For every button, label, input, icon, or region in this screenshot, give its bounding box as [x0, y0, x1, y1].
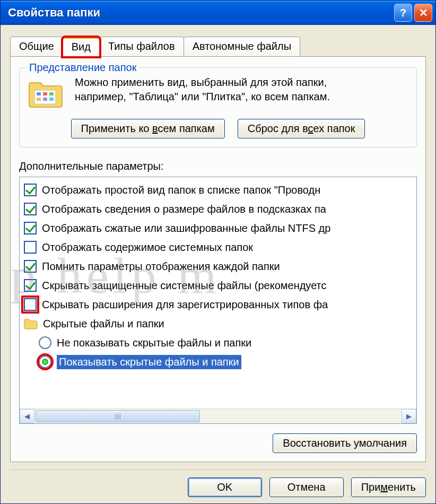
tab-general[interactable]: Общие: [10, 37, 63, 56]
tree-item-6[interactable]: Скрывать расширения для зарегистрированн…: [24, 295, 416, 314]
item-label: Отображать простой вид папок в списке па…: [42, 184, 320, 196]
item-label: Не показывать скрытые файлы и папки: [57, 337, 251, 349]
svg-rect-6: [49, 98, 54, 101]
tab-view[interactable]: Вид: [63, 37, 100, 57]
tree-item-1[interactable]: Отображать сведения о размере файлов в п…: [24, 199, 416, 219]
svg-rect-3: [49, 92, 54, 95]
apply-to-all-button[interactable]: Применить ко всем папкам: [71, 119, 225, 138]
apply-button[interactable]: Применить: [351, 477, 426, 497]
item-label: Скрывать расширения для зарегистрированн…: [42, 299, 328, 311]
folder-views-text: Можно применить вид, выбранный для этой …: [75, 75, 330, 104]
titlebar[interactable]: Свойства папки ? ✕: [1, 1, 435, 25]
tree-body[interactable]: Отображать простой вид папок в списке па…: [20, 177, 416, 409]
client-area: p help m Общие Вид Типы файлов Автономны…: [1, 25, 435, 504]
item-label: Помнить параметры отображения каждой пап…: [42, 260, 280, 273]
scroll-track[interactable]: [34, 409, 402, 423]
scroll-right-button[interactable]: ▶: [402, 409, 416, 423]
reset-all-button[interactable]: Сброс для всех папок: [238, 119, 365, 138]
checkbox[interactable]: [24, 203, 37, 215]
svg-rect-2: [43, 92, 47, 95]
close-icon: ✕: [419, 6, 428, 19]
tab-offline[interactable]: Автономные файлы: [184, 37, 300, 56]
advanced-settings-tree: Отображать простой вид папок в списке па…: [19, 177, 417, 424]
scroll-thumb[interactable]: [36, 410, 200, 422]
restore-defaults-button[interactable]: Восстановить умолчания: [273, 433, 417, 453]
checkbox[interactable]: [24, 222, 37, 234]
window-title: Свойства папки: [8, 6, 392, 20]
folder-views-group: Представление папок Можно применить вид,…: [19, 67, 417, 147]
item-label: Отображать сжатые или зашифрованные файл…: [42, 222, 330, 234]
svg-rect-4: [37, 98, 41, 101]
tab-panel-view: Представление папок Можно применить вид,…: [10, 56, 426, 462]
svg-rect-5: [43, 98, 47, 101]
scroll-left-button[interactable]: ◀: [20, 409, 34, 423]
folder-options-window: Свойства папки ? ✕ p help m Общие Вид Ти…: [0, 0, 436, 504]
item-label: Скрывать защищенные системные файлы (рек…: [42, 280, 327, 292]
dialog-buttons: OK Отмена Применить: [10, 470, 426, 497]
help-icon: ?: [400, 7, 406, 19]
item-label: Отображать содержимое системных папок: [42, 241, 253, 254]
item-label: Скрытые файлы и папки: [43, 318, 164, 330]
close-button[interactable]: ✕: [414, 4, 432, 22]
svg-rect-0: [34, 90, 56, 104]
tree-item-0[interactable]: Отображать простой вид папок в списке па…: [24, 180, 416, 199]
tree-item-5[interactable]: Скрывать защищенные системные файлы (рек…: [24, 276, 416, 295]
radio[interactable]: [39, 355, 51, 368]
horizontal-scrollbar[interactable]: ◀ ▶: [20, 409, 416, 423]
checkbox[interactable]: [24, 184, 37, 196]
svg-rect-1: [37, 92, 41, 95]
tree-item-3[interactable]: Отображать содержимое системных папок: [24, 238, 416, 257]
checkbox[interactable]: [24, 241, 37, 254]
item-label: Отображать сведения о размере файлов в п…: [42, 203, 326, 215]
tree-item-2[interactable]: Отображать сжатые или зашифрованные файл…: [24, 219, 416, 238]
ok-button[interactable]: OK: [188, 477, 262, 497]
checkbox[interactable]: [24, 279, 37, 292]
tab-strip: Общие Вид Типы файлов Автономные файлы: [10, 37, 426, 56]
tree-item-9[interactable]: Показывать скрытые файлы и папки: [24, 352, 416, 371]
checkbox[interactable]: [24, 260, 37, 273]
folder-views-icon: [27, 77, 65, 109]
folder-icon: [24, 318, 38, 329]
tree-item-7[interactable]: Скрытые файлы и папки: [24, 314, 416, 333]
cancel-button[interactable]: Отмена: [269, 477, 344, 497]
tree-item-4[interactable]: Помнить параметры отображения каждой пап…: [24, 257, 416, 276]
tab-filetypes[interactable]: Типы файлов: [99, 37, 184, 56]
folder-views-title: Представление папок: [26, 62, 139, 74]
help-button[interactable]: ?: [394, 4, 412, 22]
checkbox[interactable]: [24, 298, 37, 311]
advanced-label: Дополнительные параметры:: [19, 160, 417, 172]
tree-item-8[interactable]: Не показывать скрытые файлы и папки: [24, 333, 416, 352]
radio[interactable]: [39, 336, 51, 349]
item-label: Показывать скрытые файлы и папки: [57, 355, 241, 369]
